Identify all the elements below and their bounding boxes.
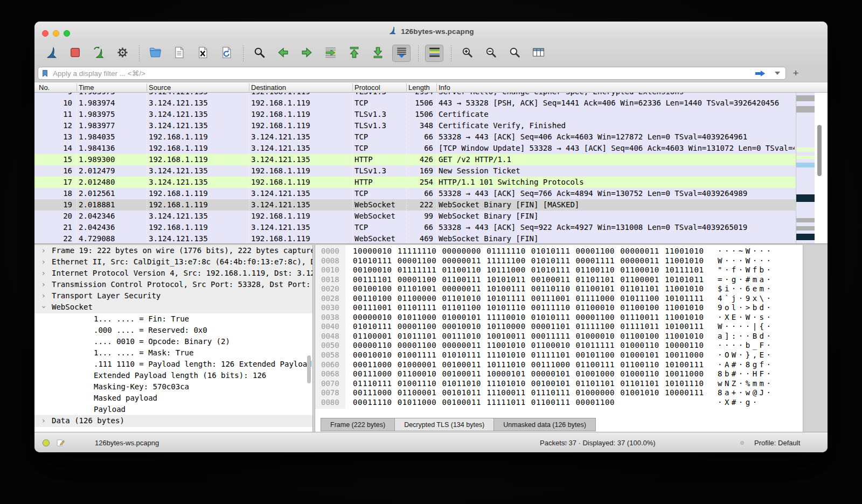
byte-view-tab-selected[interactable]: Decrypted TLS (134 bytes): [395, 418, 494, 431]
packet-row[interactable]: 121.9839773.124.121.135192.168.1.119TLSv…: [34, 120, 796, 131]
stop-capture-button[interactable]: [66, 45, 84, 62]
save-file-button[interactable]: [170, 45, 188, 62]
column-divider[interactable]: [77, 83, 77, 92]
go-back-button[interactable]: [274, 45, 292, 62]
chevron-collapsed-icon[interactable]: ›: [42, 279, 45, 290]
zoom-out-button[interactable]: [482, 45, 500, 62]
chevron-collapsed-icon[interactable]: ›: [42, 415, 45, 426]
hex-row[interactable]: 000801010111 00001100 00000011 11111100 …: [315, 256, 803, 266]
hex-row[interactable]: 005000000110 00001100 00000011 11001010 …: [315, 341, 803, 351]
detail-pane-scrollbar-thumb[interactable]: [307, 355, 311, 383]
column-divider[interactable]: [436, 83, 437, 92]
detail-tree-row[interactable]: .111 1110 = Payload length: 126 Extended…: [34, 359, 312, 370]
packet-row[interactable]: 131.984035192.168.1.1193.124.121.135TCP6…: [34, 131, 796, 143]
hex-row[interactable]: 004001010111 00001100 00010010 10110000 …: [315, 322, 803, 332]
hex-row[interactable]: 002000100100 01101001 00000011 10100111 …: [315, 284, 803, 294]
column-header-source[interactable]: Source: [149, 82, 171, 93]
go-to-packet-button[interactable]: [321, 45, 339, 62]
column-divider[interactable]: [352, 83, 353, 92]
column-header-destination[interactable]: Destination: [251, 82, 286, 93]
hex-row[interactable]: 007001110111 01001110 01011010 11101010 …: [315, 379, 803, 389]
packet-row[interactable]: 151.989300192.168.1.1193.124.121.135HTTP…: [34, 154, 796, 165]
auto-scroll-button[interactable]: [392, 45, 411, 62]
chevron-collapsed-icon[interactable]: ›: [42, 268, 45, 279]
restart-capture-button[interactable]: [89, 45, 108, 62]
detail-tree-row[interactable]: ›Transmission Control Protocol, Src Port…: [34, 279, 312, 290]
packet-row-selected[interactable]: 192.018881192.168.1.1193.124.121.135WebS…: [34, 199, 796, 211]
packet-row[interactable]: 182.012561192.168.1.1193.124.121.135TCP6…: [34, 188, 796, 199]
detail-tree-row[interactable]: ›Internet Protocol Version 4, Src: 192.1…: [34, 268, 312, 279]
go-forward-button[interactable]: [297, 45, 316, 62]
detail-tree-row[interactable]: Payload: [34, 404, 312, 415]
hex-row[interactable]: 003000111001 01101111 01101100 10101110 …: [315, 303, 803, 313]
apply-filter-button[interactable]: [752, 69, 768, 78]
byte-view-tab[interactable]: Unmasked data (126 bytes): [494, 418, 596, 431]
column-header-length[interactable]: Length: [408, 82, 430, 93]
filter-bookmark-icon[interactable]: [40, 69, 50, 78]
hex-row[interactable]: 005800010010 01001111 01010111 11101010 …: [315, 351, 803, 360]
hex-row[interactable]: 004801100001 01011101 00111010 10010011 …: [315, 332, 803, 341]
column-divider[interactable]: [147, 83, 147, 92]
zoom-in-button[interactable]: [458, 45, 476, 62]
column-divider[interactable]: [406, 83, 407, 92]
packet-row[interactable]: 101.9839743.124.121.135192.168.1.119TCP1…: [34, 97, 796, 109]
detail-tree-row[interactable]: Masking-Key: 570c03ca: [34, 381, 312, 393]
chevron-collapsed-icon[interactable]: ›: [42, 256, 45, 268]
packet-row[interactable]: 212.042436192.168.1.1193.124.121.135TCP6…: [34, 222, 796, 233]
detail-tree-row[interactable]: ›Ethernet II, Src: CalDigit_13:e7:8c (64…: [34, 256, 312, 268]
resize-columns-button[interactable]: [529, 45, 547, 62]
statusbar-profile[interactable]: Profile: Default: [754, 432, 800, 452]
packet-row[interactable]: 202.0423463.124.121.135192.168.1.119WebS…: [34, 211, 796, 222]
detail-tree-row[interactable]: Masked payload: [34, 393, 312, 404]
close-file-button[interactable]: [193, 45, 212, 62]
hex-row[interactable]: 006800111000 01100010 00100011 10000101 …: [315, 369, 803, 379]
column-header-protocol[interactable]: Protocol: [354, 82, 380, 93]
open-file-button[interactable]: [146, 45, 164, 62]
detail-tree-row[interactable]: 1... .... = Fin: True: [34, 313, 312, 325]
hex-row[interactable]: 008000011110 01011000 00100011 11111011 …: [315, 398, 803, 408]
chevron-collapsed-icon[interactable]: ›: [42, 290, 45, 302]
packet-row[interactable]: 224.7290883.124.121.135192.168.1.119WebS…: [34, 233, 796, 243]
expert-info-button[interactable]: [42, 432, 50, 452]
packet-row[interactable]: 162.0124793.124.121.135192.168.1.119TLSv…: [34, 165, 796, 177]
intelligent-scrollbar-minimap[interactable]: [796, 93, 815, 243]
hex-row[interactable]: 001800111101 00001100 01100111 10101011 …: [315, 275, 803, 285]
add-filter-button[interactable]: +: [790, 67, 802, 79]
hex-row[interactable]: 000010000010 11111110 00000000 01111110 …: [315, 247, 803, 256]
hex-row[interactable]: 003800000010 01011000 01000101 11110010 …: [315, 313, 803, 323]
detail-tree-row[interactable]: ›Frame 19: 222 bytes on wire (1776 bits)…: [34, 245, 312, 256]
hex-row[interactable]: 007800111000 01100001 00101011 11100011 …: [315, 388, 803, 398]
capture-comment-button[interactable]: [56, 432, 65, 452]
column-divider[interactable]: [249, 83, 249, 92]
detail-tree-row[interactable]: Extended Payload length (16 bits): 126: [34, 370, 312, 381]
detail-tree-row[interactable]: .000 .... = Reserved: 0x0: [34, 325, 312, 336]
detail-tree-row[interactable]: .... 0010 = Opcode: Binary (2): [34, 336, 312, 347]
column-header-info[interactable]: Info: [439, 82, 450, 93]
packet-row[interactable]: 172.0124803.124.121.135192.168.1.119HTTP…: [34, 177, 796, 188]
wireshark-fin-button[interactable]: [42, 45, 60, 62]
filter-dropdown-chevron-icon[interactable]: [775, 72, 780, 75]
packet-row[interactable]: 111.9839753.124.121.135192.168.1.119TLSv…: [34, 109, 796, 120]
byte-view-tab[interactable]: Frame (222 bytes): [321, 418, 395, 431]
packet-row[interactable]: 141.984136192.168.1.1193.124.121.135TCP6…: [34, 143, 796, 154]
go-last-packet-button[interactable]: [369, 45, 387, 62]
detail-tree-row[interactable]: ›WebSocket: [34, 302, 312, 313]
find-packet-button[interactable]: [250, 45, 268, 62]
display-filter-input[interactable]: Apply a display filter ... <⌘/>: [38, 67, 786, 80]
colorize-packets-button[interactable]: [425, 45, 443, 62]
hex-row[interactable]: 001000100010 01111111 01100110 10111000 …: [315, 265, 803, 275]
reload-file-button[interactable]: [217, 45, 235, 62]
detail-tree-row[interactable]: ›Transport Layer Security: [34, 290, 312, 302]
packet-row[interactable]: 91.9839733.124.121.135192.168.1.119TLSv1…: [34, 93, 796, 97]
chevron-collapsed-icon[interactable]: ›: [42, 245, 45, 256]
detail-tree-row[interactable]: ›Data (126 bytes): [34, 415, 312, 426]
hex-row[interactable]: 002800110100 01100000 01101010 10101111 …: [315, 294, 803, 304]
detail-tree-row[interactable]: 1... .... = Mask: True: [34, 347, 312, 359]
capture-options-button[interactable]: [113, 45, 131, 62]
go-first-packet-button[interactable]: [345, 45, 363, 62]
zoom-reset-button[interactable]: [505, 45, 524, 62]
packet-list-scrollbar-thumb[interactable]: [817, 125, 822, 176]
hex-row[interactable]: 006000011000 01000001 00100011 10111010 …: [315, 360, 803, 370]
chevron-expanded-icon[interactable]: ›: [38, 306, 50, 309]
column-header-time[interactable]: Time: [79, 82, 94, 93]
